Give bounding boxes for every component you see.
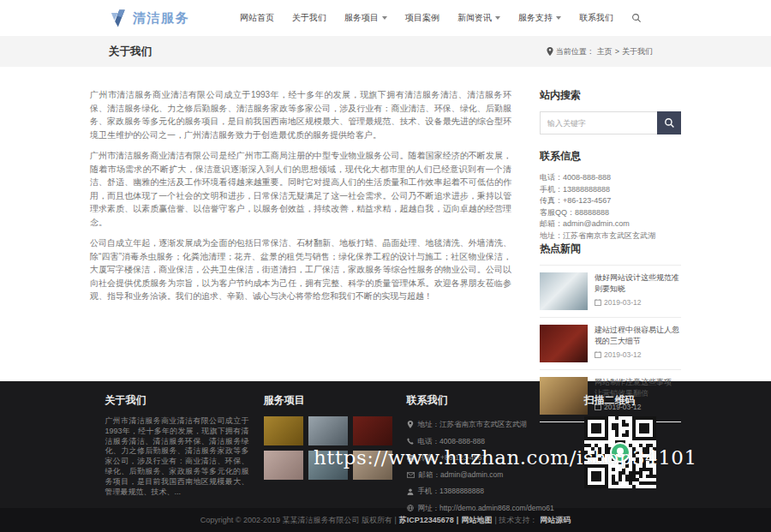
location-pin-icon <box>547 47 553 56</box>
nav-item-home[interactable]: 网站首页 <box>240 12 274 24</box>
sitemap-link[interactable]: 网站地图 <box>461 515 492 526</box>
mail-icon <box>407 472 415 478</box>
contact-address: 地址：江苏省南京市玄武区玄武湖 <box>540 230 681 242</box>
news-date: 2019-03-12 <box>604 298 641 307</box>
footer-about-text: 广州市清洁服务商业清洁有限公司成立于1993年，经十多年的发展，现旗下拥有清洁服… <box>105 416 249 497</box>
page-title: 关于我们 <box>109 45 152 59</box>
about-paragraph: 公司自成立年起，逐渐发展成为全面的包括日常保洁、石材翻新、地板打蜡、晶面处理、地… <box>90 236 511 303</box>
brand-logo[interactable]: 清洁服务 <box>109 9 189 28</box>
nav-item-support[interactable]: 服务支持 <box>518 12 561 24</box>
service-thumbnail[interactable] <box>308 451 348 480</box>
footer-about: 关于我们 广州市清洁服务商业清洁有限公司成立于1993年，经十多年的发展，现旗下… <box>105 393 249 517</box>
chevron-down-icon <box>495 16 500 20</box>
chevron-down-icon <box>382 16 387 20</box>
site-footer: 关于我们 广州市清洁服务商业清洁有限公司成立于1993年，经十多年的发展，现旗下… <box>0 381 771 508</box>
footer-services-title: 服务项目 <box>264 393 392 408</box>
nav-item-contact[interactable]: 联系我们 <box>579 12 613 24</box>
calendar-icon <box>595 351 601 358</box>
footer-email: 邮箱：admin@admin.com <box>419 467 504 484</box>
fax-icon <box>407 455 415 462</box>
about-article: 广州市清洁服务商业清洁有限公司成立于1993年，经十多年的发展，现旗下拥有清洁服… <box>90 88 511 422</box>
contact-mobile: 手机：13888888888 <box>540 184 681 196</box>
service-thumbnail[interactable] <box>264 416 303 445</box>
chevron-down-icon <box>556 16 561 20</box>
footer-qrcode: 扫描二维码 <box>584 393 666 517</box>
icp-link[interactable]: 苏ICP12345678 <box>399 515 454 526</box>
footer-contact-title: 联系我们 <box>407 393 570 408</box>
news-thumbnail <box>540 272 588 310</box>
calendar-icon <box>595 299 601 306</box>
breadcrumb-current: 关于我们 <box>622 46 653 57</box>
footer-mobile: 手机：13888888888 <box>418 483 485 500</box>
service-thumbnail[interactable] <box>353 416 392 445</box>
footer-service-grid <box>264 416 392 480</box>
footer-address: 地址：江苏省南京市玄武区玄武湖 <box>418 416 528 433</box>
footer-fax: 传真：+86-123-4567 <box>419 450 487 467</box>
news-thumbnail <box>540 325 588 362</box>
news-item[interactable]: 建站过程中很容易让人忽视的三大细节 2019-03-12 <box>540 318 681 370</box>
news-date: 2019-03-12 <box>604 350 641 359</box>
contact-info: 电话：4008-888-888 手机：13888888888 传真：+86-12… <box>540 172 681 242</box>
service-thumbnail[interactable] <box>353 451 392 480</box>
nav-item-cases[interactable]: 项目案例 <box>405 12 439 24</box>
location-pin-icon <box>407 421 414 428</box>
logo-icon <box>109 9 128 28</box>
page-title-bar: 关于我们 当前位置： 主页 > 关于我们 <box>0 36 771 67</box>
contact-info-title: 联系信息 <box>540 149 681 164</box>
news-title: 建站过程中很容易让人忽视的三大细节 <box>595 325 681 346</box>
contact-qq: 客服QQ：88888888 <box>540 207 681 219</box>
globe-icon <box>407 505 414 511</box>
breadcrumb-label: 当前位置： <box>556 46 595 57</box>
copyright-separator: | <box>457 516 459 524</box>
user-icon <box>407 488 414 495</box>
about-paragraph: 广州市清洁服务商业清洁有限公司成立于1993年，经十多年的发展，现旗下拥有清洁服… <box>90 88 511 141</box>
footer-contact: 联系我们 地址：江苏省南京市玄武区玄武湖 电话：4008-888-888 传真：… <box>407 393 570 517</box>
about-paragraph: 广州市清洁服务商业清洁有限公司是经广州市工商局注册的中型专业物业服务公司。随着国… <box>90 149 511 229</box>
footer-phone: 电话：4008-888-888 <box>418 433 485 451</box>
search-input[interactable] <box>540 111 657 134</box>
footer-qrcode-title: 扫描二维码 <box>584 393 666 408</box>
hot-news-title: 热点新闻 <box>540 242 681 256</box>
site-header: 清洁服务 网站首页 关于我们 服务项目 项目案例 新闻资讯 服务支持 联系我们 <box>0 0 771 36</box>
contact-email: 邮箱：admin@admin.com <box>540 218 681 230</box>
phone-icon <box>407 438 414 445</box>
main-content: 广州市清洁服务商业清洁有限公司成立于1993年，经十多年的发展，现旗下拥有清洁服… <box>0 67 771 381</box>
contact-fax: 传真：+86-123-4567 <box>540 195 681 207</box>
nav-item-about[interactable]: 关于我们 <box>292 12 326 24</box>
site-search-title: 站内搜索 <box>540 88 681 103</box>
main-nav: 网站首页 关于我们 服务项目 项目案例 新闻资讯 服务支持 联系我们 <box>240 12 642 24</box>
nav-item-services[interactable]: 服务项目 <box>344 12 387 24</box>
search-button[interactable] <box>657 111 681 134</box>
news-title: 做好网站设计这些规范准则要知晓 <box>595 272 681 294</box>
source-link[interactable]: 网站源码 <box>540 515 571 526</box>
copyright-text: Copyright © 2002-2019 某某清洁服务有限公司 版权所有 | <box>200 515 397 526</box>
service-thumbnail[interactable] <box>264 451 303 480</box>
search-icon[interactable] <box>631 13 642 23</box>
search-icon <box>664 117 675 129</box>
breadcrumb-separator: > <box>615 47 619 56</box>
sidebar: 站内搜索 联系信息 电话：4008-888-888 手机：13888888888… <box>540 88 681 422</box>
breadcrumb: 当前位置： 主页 > 关于我们 <box>547 46 653 57</box>
footer-services: 服务项目 <box>264 393 392 517</box>
news-item[interactable]: 做好网站设计这些规范准则要知晓 2019-03-12 <box>540 265 681 318</box>
contact-phone: 电话：4008-888-888 <box>540 172 681 184</box>
support-label: | 技术支持： <box>494 515 537 526</box>
site-search <box>540 111 681 134</box>
brand-name: 清洁服务 <box>133 10 189 27</box>
breadcrumb-home-link[interactable]: 主页 <box>597 46 613 57</box>
service-thumbnail[interactable] <box>308 416 348 445</box>
qr-code <box>584 416 656 488</box>
footer-about-title: 关于我们 <box>105 393 249 408</box>
nav-item-news[interactable]: 新闻资讯 <box>457 12 500 24</box>
